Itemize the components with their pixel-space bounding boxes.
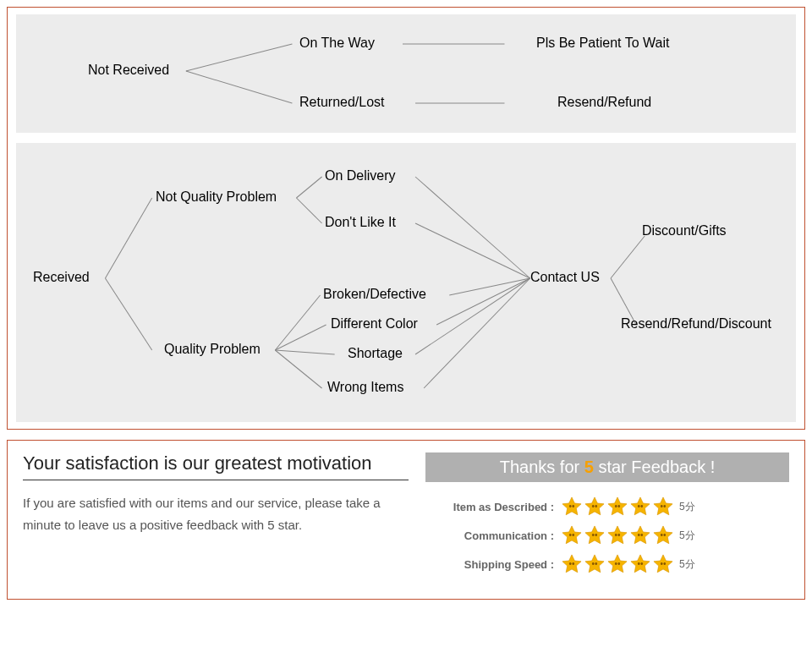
svg-line-14: [449, 278, 529, 295]
not-received-block: Not Received On The Way Returned/Lost Pl…: [16, 14, 796, 133]
feedback-right: Thanks for 5 star Feedback ! Item as Des…: [425, 452, 789, 582]
node-broken-defective: Broken/Defective: [323, 287, 426, 302]
node-on-delivery: On Delivery: [325, 168, 396, 184]
star-icon: ••: [629, 496, 651, 518]
svg-line-0: [186, 44, 293, 71]
star-icon: ••: [584, 524, 606, 546]
node-resend-refund: Resend/Refund: [557, 95, 651, 110]
ratings-list: Item as Described :••••••••••5分Communica…: [425, 496, 789, 575]
star-icon: ••: [606, 496, 628, 518]
rating-stars: ••••••••••: [561, 524, 674, 546]
feedback-left: Your satisfaction is our greatest motiva…: [23, 452, 409, 582]
node-not-quality-problem: Not Quality Problem: [156, 189, 277, 205]
star-icon: ••: [606, 553, 628, 575]
received-block: Received Not Quality Problem Quality Pro…: [16, 143, 796, 422]
diagram-panel: Not Received On The Way Returned/Lost Pl…: [7, 7, 805, 430]
star-icon: ••: [652, 496, 674, 518]
rating-row: Item as Described :••••••••••5分: [425, 496, 789, 518]
thanks-bar: Thanks for 5 star Feedback !: [425, 452, 789, 482]
star-icon: ••: [561, 496, 583, 518]
svg-line-8: [275, 295, 320, 350]
node-different-color: Different Color: [331, 316, 418, 332]
svg-line-6: [296, 177, 321, 198]
thanks-number: 5: [584, 458, 594, 476]
svg-line-15: [436, 278, 529, 325]
star-icon: ••: [606, 524, 628, 546]
star-icon: ••: [561, 553, 583, 575]
svg-line-11: [275, 350, 321, 388]
thanks-pre: Thanks for: [500, 458, 584, 476]
node-quality-problem: Quality Problem: [164, 342, 261, 357]
rating-stars: ••••••••••: [561, 553, 674, 575]
node-resend-refund-discount: Resend/Refund/Discount: [621, 316, 771, 332]
node-discount-gifts: Discount/Gifts: [642, 223, 727, 239]
node-returned-lost: Returned/Lost: [299, 95, 385, 110]
node-shortage: Shortage: [348, 346, 403, 361]
star-icon: ••: [652, 524, 674, 546]
star-icon: ••: [561, 524, 583, 546]
svg-line-9: [275, 325, 326, 350]
star-icon: ••: [584, 496, 606, 518]
svg-line-4: [105, 198, 151, 278]
feedback-body: If you are satisfied with our items and …: [23, 492, 409, 535]
rating-row: Shipping Speed :••••••••••5分: [425, 553, 789, 575]
node-dont-like-it: Don't Like It: [325, 215, 396, 230]
star-icon: ••: [629, 524, 651, 546]
feedback-title: Your satisfaction is our greatest motiva…: [23, 452, 409, 480]
svg-line-7: [296, 198, 321, 223]
node-contact-us: Contact US: [530, 270, 600, 285]
connector-lines: [16, 143, 796, 422]
rating-label: Item as Described :: [425, 501, 561, 513]
rating-label: Shipping Speed :: [425, 558, 561, 571]
svg-line-12: [415, 177, 530, 278]
feedback-panel: Your satisfaction is our greatest motiva…: [7, 440, 805, 600]
svg-line-10: [275, 350, 334, 354]
rating-row: Communication :••••••••••5分: [425, 524, 789, 546]
rating-score: 5分: [679, 500, 695, 514]
svg-line-13: [415, 223, 530, 278]
thanks-post: star Feedback !: [594, 458, 715, 476]
node-received: Received: [33, 270, 90, 285]
node-not-received: Not Received: [88, 63, 169, 78]
rating-score: 5分: [679, 557, 695, 572]
node-wrong-items: Wrong Items: [327, 380, 403, 395]
rating-stars: ••••••••••: [561, 496, 674, 518]
svg-line-17: [424, 278, 530, 388]
star-icon: ••: [652, 553, 674, 575]
star-icon: ••: [629, 553, 651, 575]
svg-line-16: [415, 278, 530, 354]
star-icon: ••: [584, 553, 606, 575]
svg-line-18: [611, 236, 645, 278]
node-on-the-way: On The Way: [299, 36, 375, 51]
svg-line-5: [105, 278, 151, 350]
rating-score: 5分: [679, 529, 695, 543]
svg-line-1: [186, 71, 293, 103]
node-patient-wait: Pls Be Patient To Wait: [536, 36, 669, 51]
rating-label: Communication :: [425, 529, 561, 542]
